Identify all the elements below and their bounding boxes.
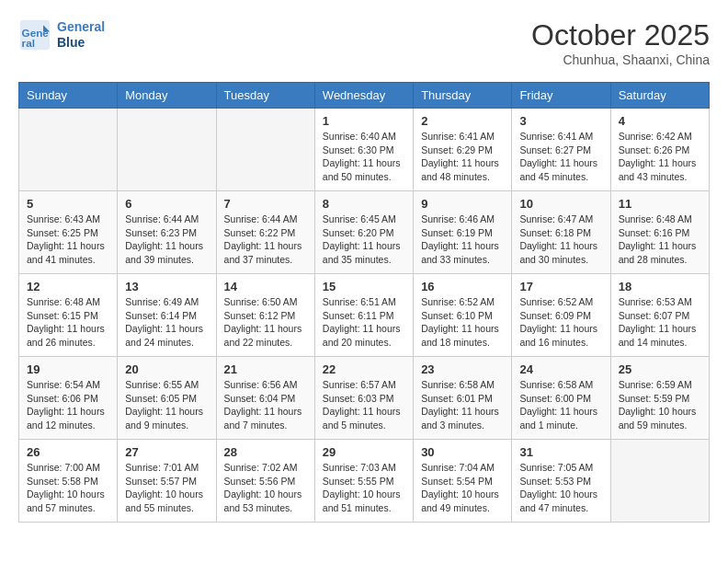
- calendar-cell: 1Sunrise: 6:40 AMSunset: 6:30 PMDaylight…: [314, 109, 413, 191]
- calendar-cell: 19Sunrise: 6:54 AMSunset: 6:06 PMDayligh…: [19, 357, 118, 440]
- calendar-cell: 27Sunrise: 7:01 AMSunset: 5:57 PMDayligh…: [118, 440, 216, 523]
- calendar-week-5: 26Sunrise: 7:00 AMSunset: 5:58 PMDayligh…: [19, 440, 710, 523]
- cell-info: Sunrise: 6:57 AMSunset: 6:03 PMDaylight:…: [323, 378, 405, 432]
- day-number: 11: [619, 197, 701, 211]
- cell-info: Sunrise: 6:44 AMSunset: 6:23 PMDaylight:…: [125, 213, 208, 267]
- calendar-cell: 30Sunrise: 7:04 AMSunset: 5:54 PMDayligh…: [414, 440, 512, 523]
- day-number: 28: [224, 445, 307, 459]
- day-number: 8: [323, 197, 405, 211]
- page-header: Gene ral General Blue October 2025 Chunh…: [18, 18, 710, 67]
- weekday-header-sunday: Sunday: [19, 83, 118, 109]
- cell-info: Sunrise: 6:43 AMSunset: 6:25 PMDaylight:…: [27, 213, 109, 267]
- cell-info: Sunrise: 6:42 AMSunset: 6:26 PMDaylight:…: [619, 130, 701, 184]
- weekday-header-thursday: Thursday: [414, 83, 512, 109]
- day-number: 25: [619, 362, 701, 376]
- day-number: 7: [224, 197, 307, 211]
- calendar-cell: 8Sunrise: 6:45 AMSunset: 6:20 PMDaylight…: [314, 191, 413, 274]
- calendar-cell: 28Sunrise: 7:02 AMSunset: 5:56 PMDayligh…: [216, 440, 314, 523]
- cell-info: Sunrise: 6:41 AMSunset: 6:29 PMDaylight:…: [421, 130, 504, 184]
- day-number: 30: [421, 445, 504, 459]
- day-number: 4: [619, 114, 701, 128]
- day-number: 23: [421, 362, 504, 376]
- cell-info: Sunrise: 6:59 AMSunset: 5:59 PMDaylight:…: [619, 378, 701, 432]
- calendar-cell: 29Sunrise: 7:03 AMSunset: 5:55 PMDayligh…: [314, 440, 413, 523]
- day-number: 24: [519, 362, 602, 376]
- cell-info: Sunrise: 6:52 AMSunset: 6:09 PMDaylight:…: [519, 295, 602, 350]
- weekday-header-monday: Monday: [118, 83, 216, 109]
- cell-info: Sunrise: 7:02 AMSunset: 5:56 PMDaylight:…: [224, 461, 307, 515]
- location-subtitle: Chunhua, Shaanxi, China: [531, 52, 710, 67]
- calendar-cell: [610, 440, 709, 523]
- calendar-cell: 24Sunrise: 6:58 AMSunset: 6:00 PMDayligh…: [512, 357, 610, 440]
- calendar-cell: 26Sunrise: 7:00 AMSunset: 5:58 PMDayligh…: [19, 440, 118, 523]
- cell-info: Sunrise: 6:52 AMSunset: 6:10 PMDaylight:…: [421, 295, 504, 350]
- calendar-cell: 12Sunrise: 6:48 AMSunset: 6:15 PMDayligh…: [19, 274, 118, 357]
- day-number: 19: [27, 362, 109, 376]
- day-number: 9: [421, 197, 504, 211]
- calendar-cell: 31Sunrise: 7:05 AMSunset: 5:53 PMDayligh…: [512, 440, 610, 523]
- cell-info: Sunrise: 6:56 AMSunset: 6:04 PMDaylight:…: [224, 378, 307, 432]
- calendar-cell: 23Sunrise: 6:58 AMSunset: 6:01 PMDayligh…: [414, 357, 512, 440]
- day-number: 1: [323, 114, 405, 128]
- calendar-cell: [118, 109, 216, 191]
- weekday-header-wednesday: Wednesday: [314, 83, 413, 109]
- cell-info: Sunrise: 7:00 AMSunset: 5:58 PMDaylight:…: [27, 461, 109, 515]
- calendar-cell: 22Sunrise: 6:57 AMSunset: 6:03 PMDayligh…: [314, 357, 413, 440]
- day-number: 18: [619, 280, 701, 293]
- calendar-cell: 5Sunrise: 6:43 AMSunset: 6:25 PMDaylight…: [19, 191, 118, 274]
- calendar-week-2: 5Sunrise: 6:43 AMSunset: 6:25 PMDaylight…: [19, 191, 710, 274]
- logo-line2: Blue: [57, 35, 105, 51]
- day-number: 10: [519, 197, 602, 211]
- day-number: 16: [421, 280, 504, 293]
- calendar-cell: 2Sunrise: 6:41 AMSunset: 6:29 PMDaylight…: [414, 109, 512, 191]
- cell-info: Sunrise: 7:05 AMSunset: 5:53 PMDaylight:…: [519, 461, 602, 515]
- weekday-header-friday: Friday: [512, 83, 610, 109]
- calendar-cell: 25Sunrise: 6:59 AMSunset: 5:59 PMDayligh…: [610, 357, 709, 440]
- weekday-header-saturday: Saturday: [610, 83, 709, 109]
- logo-line1: General: [57, 19, 105, 35]
- cell-info: Sunrise: 6:54 AMSunset: 6:06 PMDaylight:…: [27, 378, 109, 432]
- logo: Gene ral General Blue: [18, 18, 105, 52]
- cell-info: Sunrise: 6:58 AMSunset: 6:01 PMDaylight:…: [421, 378, 504, 432]
- cell-info: Sunrise: 6:45 AMSunset: 6:20 PMDaylight:…: [323, 213, 405, 267]
- calendar-cell: 14Sunrise: 6:50 AMSunset: 6:12 PMDayligh…: [216, 274, 314, 357]
- calendar-week-3: 12Sunrise: 6:48 AMSunset: 6:15 PMDayligh…: [19, 274, 710, 357]
- day-number: 21: [224, 362, 307, 376]
- cell-info: Sunrise: 6:48 AMSunset: 6:15 PMDaylight:…: [27, 295, 109, 350]
- weekday-header-row: SundayMondayTuesdayWednesdayThursdayFrid…: [19, 83, 710, 109]
- cell-info: Sunrise: 7:03 AMSunset: 5:55 PMDaylight:…: [323, 461, 405, 515]
- title-block: October 2025 Chunhua, Shaanxi, China: [531, 18, 710, 67]
- cell-info: Sunrise: 6:40 AMSunset: 6:30 PMDaylight:…: [323, 130, 405, 184]
- day-number: 17: [519, 280, 602, 293]
- day-number: 6: [125, 197, 208, 211]
- day-number: 13: [125, 280, 208, 293]
- calendar-week-1: 1Sunrise: 6:40 AMSunset: 6:30 PMDaylight…: [19, 109, 710, 191]
- cell-info: Sunrise: 6:44 AMSunset: 6:22 PMDaylight:…: [224, 213, 307, 267]
- cell-info: Sunrise: 6:58 AMSunset: 6:00 PMDaylight:…: [519, 378, 602, 432]
- day-number: 2: [421, 114, 504, 128]
- calendar-cell: 20Sunrise: 6:55 AMSunset: 6:05 PMDayligh…: [118, 357, 216, 440]
- cell-info: Sunrise: 6:50 AMSunset: 6:12 PMDaylight:…: [224, 295, 307, 350]
- cell-info: Sunrise: 6:55 AMSunset: 6:05 PMDaylight:…: [125, 378, 208, 432]
- cell-info: Sunrise: 6:49 AMSunset: 6:14 PMDaylight:…: [125, 295, 208, 350]
- calendar-week-4: 19Sunrise: 6:54 AMSunset: 6:06 PMDayligh…: [19, 357, 710, 440]
- cell-info: Sunrise: 6:51 AMSunset: 6:11 PMDaylight:…: [323, 295, 405, 350]
- calendar-cell: 17Sunrise: 6:52 AMSunset: 6:09 PMDayligh…: [512, 274, 610, 357]
- calendar-cell: 16Sunrise: 6:52 AMSunset: 6:10 PMDayligh…: [414, 274, 512, 357]
- calendar-cell: 13Sunrise: 6:49 AMSunset: 6:14 PMDayligh…: [118, 274, 216, 357]
- logo-icon: Gene ral: [18, 18, 51, 52]
- weekday-header-tuesday: Tuesday: [216, 83, 314, 109]
- calendar-table: SundayMondayTuesdayWednesdayThursdayFrid…: [18, 82, 710, 523]
- calendar-cell: 9Sunrise: 6:46 AMSunset: 6:19 PMDaylight…: [414, 191, 512, 274]
- day-number: 29: [323, 445, 405, 459]
- cell-info: Sunrise: 6:46 AMSunset: 6:19 PMDaylight:…: [421, 213, 504, 267]
- calendar-cell: 10Sunrise: 6:47 AMSunset: 6:18 PMDayligh…: [512, 191, 610, 274]
- calendar-cell: [216, 109, 314, 191]
- calendar-cell: 21Sunrise: 6:56 AMSunset: 6:04 PMDayligh…: [216, 357, 314, 440]
- calendar-cell: 3Sunrise: 6:41 AMSunset: 6:27 PMDaylight…: [512, 109, 610, 191]
- day-number: 15: [323, 280, 405, 293]
- day-number: 27: [125, 445, 208, 459]
- calendar-cell: 6Sunrise: 6:44 AMSunset: 6:23 PMDaylight…: [118, 191, 216, 274]
- calendar-cell: 4Sunrise: 6:42 AMSunset: 6:26 PMDaylight…: [610, 109, 709, 191]
- cell-info: Sunrise: 6:47 AMSunset: 6:18 PMDaylight:…: [519, 213, 602, 267]
